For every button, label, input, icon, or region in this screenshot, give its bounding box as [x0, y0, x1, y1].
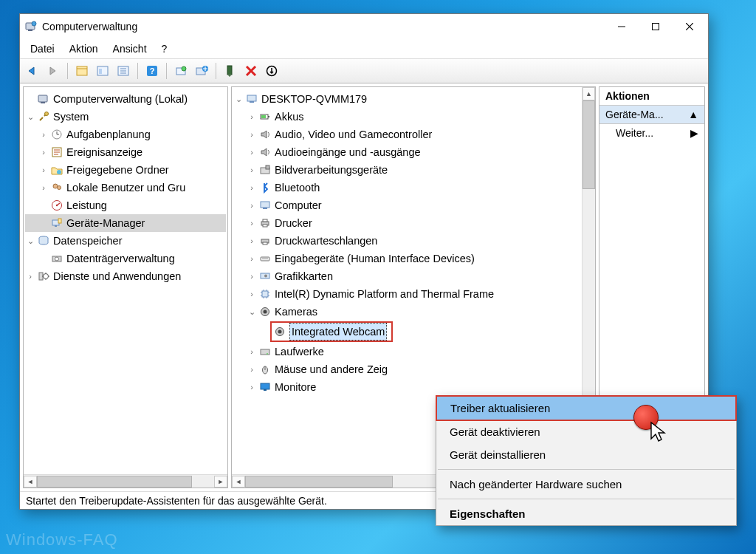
device-category[interactable]: ›Bildverarbeitungsgeräte [233, 161, 582, 179]
minimize-button[interactable] [605, 16, 639, 38]
device-category[interactable]: ›Druckwarteschlangen [233, 232, 582, 250]
expander-closed-icon[interactable]: › [247, 250, 257, 267]
tree-item-label: Lokale Benutzer und Gru [66, 179, 185, 196]
expander-open-icon[interactable]: ⌄ [247, 304, 257, 320]
device-category[interactable]: ›Grafikkarten [233, 267, 582, 285]
context-menu: Treiber aktualisieren Gerät deaktivieren… [436, 395, 737, 526]
ctx-disable-device[interactable]: Gerät deaktivieren [436, 420, 736, 443]
ctx-update-driver[interactable]: Treiber aktualisieren [436, 395, 737, 421]
tree-system-child[interactable]: ›Lokale Benutzer und Gru [25, 179, 226, 196]
device-category[interactable]: ›Akkus [233, 108, 582, 126]
expander-closed-icon[interactable]: › [247, 215, 257, 231]
scan-hardware-button[interactable] [171, 61, 190, 81]
audio-icon [258, 128, 272, 141]
storage-icon [37, 234, 50, 247]
tree-item-label: Drucker [275, 215, 312, 231]
expander-closed-icon[interactable]: › [247, 233, 257, 249]
menu-help[interactable]: ? [154, 41, 175, 57]
device-category[interactable]: ›Eingabegeräte (Human Interface Devices) [233, 250, 582, 267]
left-hscrollbar[interactable]: ◄► [24, 474, 227, 488]
expander-closed-icon[interactable]: › [247, 268, 257, 284]
enable-device-button[interactable] [221, 61, 240, 81]
tree-system[interactable]: ⌄System [25, 108, 226, 126]
close-button[interactable] [673, 16, 707, 38]
expander-closed-icon[interactable]: › [247, 197, 257, 213]
device-root[interactable]: ⌄DESKTOP-QVMM179 [233, 90, 582, 108]
toolbar: ? [20, 58, 708, 83]
expander-open-icon[interactable]: ⌄ [233, 91, 244, 107]
ctx-separator [438, 469, 735, 470]
ctx-uninstall-device[interactable]: Gerät deinstallieren [436, 443, 736, 466]
svg-point-41 [44, 274, 49, 279]
show-hide-tree-button[interactable] [72, 61, 92, 81]
expander-closed-icon[interactable]: › [38, 162, 49, 178]
maximize-button[interactable] [639, 16, 673, 38]
device-category-cameras[interactable]: ⌄Kameras [233, 303, 582, 321]
back-button[interactable] [23, 61, 42, 81]
tree-item-label: Geräte-Manager [66, 215, 145, 231]
svg-rect-55 [263, 242, 267, 244]
expander-open-icon[interactable]: ⌄ [25, 233, 35, 249]
ctx-properties[interactable]: Eigenschaften [436, 502, 736, 525]
device-category[interactable]: ›Audio, Video und Gamecontroller [233, 126, 582, 143]
device-category[interactable]: ›Audioeingänge und -ausgänge [233, 143, 582, 161]
properties-button[interactable] [93, 61, 112, 81]
forward-button[interactable] [44, 61, 63, 81]
update-driver-button[interactable] [192, 61, 211, 81]
export-list-button[interactable] [114, 61, 133, 81]
svg-point-39 [55, 257, 59, 261]
tree-root[interactable]: Computerverwaltung (Lokal) [25, 90, 226, 108]
device-category[interactable]: ›Intel(R) Dynamic Platform and Thermal F… [233, 285, 582, 303]
actions-category[interactable]: Geräte-Ma... ▲ [599, 106, 704, 124]
expander-closed-icon[interactable]: › [247, 179, 257, 196]
tree-item-label: Monitore [275, 379, 316, 395]
expander-closed-icon[interactable]: › [247, 109, 257, 125]
actions-more[interactable]: Weiter... ▶ [599, 124, 704, 142]
tree-item-label: System [53, 109, 89, 125]
device-category[interactable]: ›Computer [233, 196, 582, 214]
disable-device-button[interactable] [262, 61, 281, 81]
expander-open-icon[interactable]: ⌄ [25, 109, 35, 125]
expander-closed-icon[interactable]: › [25, 268, 35, 284]
computer-management-icon [37, 92, 50, 106]
tree-item-label: Aufgabenplanung [66, 126, 151, 143]
ctx-scan-hardware[interactable]: Nach geänderter Hardware suchen [436, 473, 736, 496]
menu-action[interactable]: Aktion [62, 41, 106, 57]
expander-closed-icon[interactable]: › [247, 379, 257, 395]
disk-icon [50, 252, 63, 265]
expander-closed-icon[interactable]: › [247, 144, 257, 160]
collapse-icon: ▲ [688, 109, 698, 120]
device-integrated-webcam[interactable]: Integrated Webcam [233, 321, 582, 343]
menu-view[interactable]: Ansicht [106, 41, 154, 57]
tree-services[interactable]: ›Dienste und Anwendungen [25, 267, 226, 285]
expander-closed-icon[interactable]: › [247, 286, 257, 302]
device-category[interactable]: ›Drucker [233, 214, 582, 232]
expander-closed-icon[interactable]: › [247, 361, 257, 377]
tree-item-label: Druckwarteschlangen [275, 233, 377, 249]
uninstall-device-button[interactable] [241, 61, 261, 81]
tree-storage-child[interactable]: Datenträgerverwaltung [25, 250, 226, 267]
tree-system-child[interactable]: ›Aufgabenplanung [25, 126, 226, 143]
help-button[interactable]: ? [142, 61, 162, 81]
device-category[interactable]: ›Mäuse und andere Zeig [233, 360, 582, 378]
submenu-icon: ▶ [690, 127, 698, 139]
svg-text:?: ? [150, 66, 155, 75]
tree-system-child[interactable]: ›Ereignisanzeige [25, 143, 226, 161]
tree-system-child[interactable]: Leistung [25, 196, 226, 214]
tree-system-child[interactable]: Geräte-Manager [25, 214, 226, 232]
console-tree-pane: Computerverwaltung (Lokal)⌄System›Aufgab… [23, 86, 228, 488]
svg-rect-49 [261, 202, 269, 208]
tree-system-child[interactable]: ›Freigegebene Ordner [25, 161, 226, 179]
expander-closed-icon[interactable]: › [38, 126, 49, 143]
tree-storage[interactable]: ⌄Datenspeicher [25, 232, 226, 250]
svg-point-59 [264, 275, 267, 278]
expander-closed-icon[interactable]: › [38, 179, 49, 196]
device-category[interactable]: ›Bluetooth [233, 179, 582, 196]
device-category[interactable]: ›Monitore [233, 378, 582, 396]
expander-closed-icon[interactable]: › [38, 144, 49, 160]
device-category[interactable]: ›Laufwerke [233, 343, 582, 360]
expander-closed-icon[interactable]: › [247, 162, 257, 178]
expander-closed-icon[interactable]: › [247, 126, 257, 143]
menu-file[interactable]: Datei [23, 41, 62, 57]
expander-closed-icon[interactable]: › [247, 343, 257, 360]
